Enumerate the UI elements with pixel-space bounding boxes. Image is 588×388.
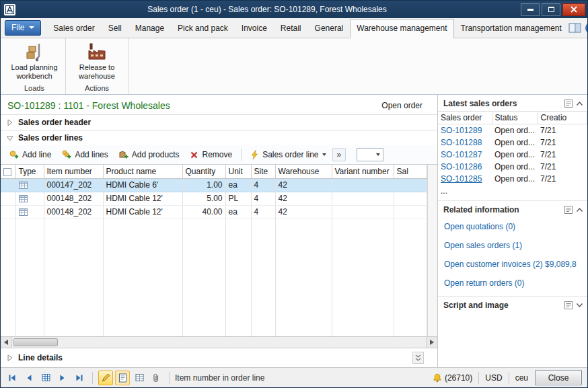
cell-site[interactable]: 4	[251, 192, 275, 205]
sales-order-link[interactable]: SO-101286	[441, 162, 482, 171]
cell-quantity[interactable]: 40.00	[182, 205, 225, 219]
cell-unit[interactable]: PL	[225, 192, 251, 205]
cell-unit[interactable]: ea	[225, 178, 251, 192]
remove-button[interactable]: Remove	[185, 147, 237, 162]
vertical-scrollbar[interactable]	[427, 165, 437, 336]
layout-pane-button[interactable]	[568, 23, 581, 33]
list-item[interactable]: SO-101288 Open ord... 7/21	[438, 137, 587, 149]
column-header-type[interactable]: Type	[15, 165, 44, 178]
factbox-menu-icon[interactable]	[564, 301, 573, 309]
tab-general[interactable]: General	[308, 19, 351, 38]
factbox-menu-icon[interactable]	[564, 100, 573, 108]
factbox-script-and-image-header[interactable]: Script and image	[438, 297, 587, 313]
cell-warehouse[interactable]: 42	[275, 205, 332, 219]
minimize-button[interactable]	[521, 3, 540, 16]
cell-quantity[interactable]: 1.00	[182, 178, 225, 192]
cell-item-number[interactable]: 000148_202	[44, 192, 103, 205]
help-button[interactable]: ?	[585, 22, 588, 34]
tab-transportation-management[interactable]: Transportation management	[454, 19, 568, 38]
cell-item-number[interactable]: 000148_202	[44, 205, 103, 219]
cell-variant-number[interactable]	[332, 192, 394, 205]
close-form-button[interactable]: Close	[535, 370, 582, 385]
chevron-down-icon[interactable]	[576, 303, 583, 308]
cell-variant-number[interactable]	[332, 205, 394, 219]
column-header-quantity[interactable]: Quantity	[182, 165, 225, 178]
tab-sell[interactable]: Sell	[102, 19, 128, 38]
column-header-unit[interactable]: Unit	[225, 165, 251, 178]
list-item[interactable]: SO-101287 Open ord... 7/21	[438, 149, 587, 161]
table-row[interactable]: 000148_202 HDMI Cable 12' 5.00 PL 4 42	[1, 192, 427, 205]
notifications-bell-icon[interactable]	[433, 373, 442, 383]
fb-column-sales-order[interactable]: Sales order	[438, 112, 492, 124]
add-products-button[interactable]: Add products	[114, 147, 184, 162]
column-header-product-name[interactable]: Product name	[103, 165, 182, 178]
chevron-up-icon[interactable]	[576, 101, 583, 106]
sales-order-link[interactable]: SO-101287	[441, 150, 482, 159]
list-item[interactable]: SO-101286 Open ord... 7/21	[438, 161, 587, 173]
column-header-variant-number[interactable]: Variant number	[332, 165, 394, 178]
maximize-button[interactable]	[542, 3, 560, 16]
cell-variant-number[interactable]	[332, 178, 394, 192]
cell-product-name[interactable]: HDMI Cable 12'	[103, 192, 182, 205]
horizontal-scrollbar[interactable]	[1, 336, 437, 348]
notification-count[interactable]: (26710)	[445, 373, 472, 383]
scroll-left-button[interactable]	[1, 337, 12, 348]
tab-manage[interactable]: Manage	[128, 19, 171, 38]
sales-order-link[interactable]: SO-101288	[441, 138, 482, 147]
factbox-latest-sales-orders-header[interactable]: Latest sales orders	[438, 95, 587, 111]
open-sales-orders-link[interactable]: Open sales orders (1)	[438, 236, 587, 255]
cell-site[interactable]: 4	[251, 178, 275, 192]
sales-order-line-menu-button[interactable]: Sales order line	[246, 147, 330, 162]
next-record-button[interactable]	[55, 371, 70, 385]
more-rows-indicator[interactable]: ...	[438, 185, 587, 197]
tab-retail[interactable]: Retail	[274, 19, 308, 38]
list-item[interactable]: SO-101285 Open ord... 7/21	[438, 173, 587, 185]
select-all-checkbox[interactable]	[3, 168, 11, 176]
sales-order-link[interactable]: SO-101289	[441, 126, 482, 135]
scrollbar-thumb[interactable]	[13, 338, 58, 346]
details-view-button[interactable]	[115, 371, 130, 385]
cell-product-name[interactable]: HDMI Cable 12'	[103, 205, 182, 219]
open-quotations-link[interactable]: Open quotations (0)	[438, 217, 587, 236]
fasttab-sales-order-lines[interactable]: Sales order lines	[1, 130, 437, 145]
edit-record-button[interactable]	[98, 371, 113, 385]
load-planning-workbench-button[interactable]: Load planning workbench	[7, 40, 61, 83]
column-header-sales[interactable]: Sal	[394, 165, 427, 178]
cell-unit[interactable]: ea	[225, 205, 251, 219]
select-all-header[interactable]	[1, 165, 15, 178]
fb-column-created[interactable]: Creatio	[538, 112, 587, 124]
column-header-warehouse[interactable]: Warehouse	[275, 165, 332, 178]
fasttab-line-details[interactable]: Line details	[1, 348, 437, 367]
factbox-menu-icon[interactable]	[564, 206, 573, 214]
scroll-right-button[interactable]	[426, 337, 437, 348]
attachments-button[interactable]	[149, 371, 163, 385]
release-to-warehouse-button[interactable]: Release to warehouse	[70, 40, 124, 83]
grid-view-button[interactable]	[38, 371, 53, 385]
table-row[interactable]: 000148_202 HDMI Cable 12' 40.00 ea 4 42	[1, 205, 427, 219]
fb-column-status[interactable]: Status	[492, 112, 538, 124]
previous-record-button[interactable]	[22, 371, 36, 385]
tab-sales-order[interactable]: Sales order	[46, 19, 101, 38]
column-header-site[interactable]: Site	[251, 165, 275, 178]
tab-warehouse-management[interactable]: Warehouse management	[350, 19, 453, 38]
company-indicator[interactable]: ceu	[515, 373, 528, 383]
cell-warehouse[interactable]: 42	[275, 178, 332, 192]
table-row[interactable]: 000147_202 HDMI Cable 6' 1.00 ea 4 42	[1, 178, 427, 192]
tab-invoice[interactable]: Invoice	[235, 19, 274, 38]
cell-warehouse[interactable]: 42	[275, 192, 332, 205]
line-details-scroll-button[interactable]	[412, 352, 424, 364]
cell-site[interactable]: 4	[251, 205, 275, 219]
factbox-related-information-header[interactable]: Related information	[438, 201, 587, 217]
list-item-more[interactable]: ...	[438, 185, 587, 197]
first-record-button[interactable]	[5, 371, 20, 385]
list-view-button[interactable]	[132, 371, 147, 385]
last-record-button[interactable]	[72, 371, 87, 385]
cell-quantity[interactable]: 5.00	[182, 192, 225, 205]
chevron-up-icon[interactable]	[576, 207, 583, 212]
toolbar-overflow-button[interactable]: »	[332, 148, 346, 161]
open-customer-invoices-link[interactable]: Open customer invoices (2) $9,089,8	[438, 255, 587, 274]
fasttab-sales-order-header[interactable]: Sales order header	[1, 115, 437, 130]
add-lines-button[interactable]: Add lines	[57, 147, 112, 162]
tab-pick-and-pack[interactable]: Pick and pack	[171, 19, 235, 38]
close-button[interactable]	[562, 3, 585, 16]
